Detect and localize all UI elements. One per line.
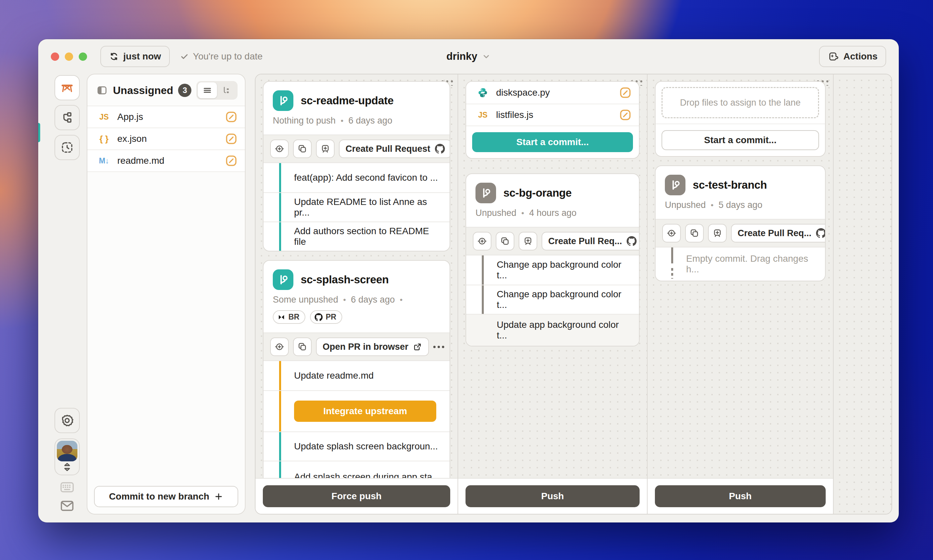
copy-button[interactable] [293, 140, 312, 158]
commit-row[interactable]: Update splash screen backgroun... [263, 431, 450, 461]
commit-row[interactable]: Change app background color t... [466, 255, 639, 285]
separator-dot: • [340, 116, 343, 126]
branch-name[interactable]: sc-bg-orange [503, 187, 571, 199]
assign-target-button[interactable] [662, 224, 681, 243]
start-commit-button[interactable]: Start a commit... [662, 130, 819, 150]
commit-row[interactable]: Add authors section to README file [263, 222, 450, 251]
commit-to-new-branch-button[interactable]: Commit to new branch [94, 486, 238, 507]
copy-button[interactable] [293, 337, 312, 356]
commit-message: Update readme.md [294, 370, 374, 381]
new-dependent-branch-button[interactable] [519, 232, 537, 251]
create-pull-request-button[interactable]: Create Pull Req... [731, 224, 826, 243]
empty-commit-row[interactable]: Empty commit. Drag changes h... [656, 248, 825, 281]
branch-card-sc-readme-update: sc-readme-update Nothing to push • 6 day… [263, 81, 450, 251]
review-bowtie-icon [277, 313, 285, 321]
project-switcher[interactable]: drinky [446, 51, 490, 62]
force-push-button[interactable]: Force push [263, 485, 450, 507]
push-button[interactable]: Push [465, 485, 640, 507]
start-commit-row: Start a commit... [466, 126, 639, 158]
titlebar: just now You're up to date drinky Action… [38, 39, 899, 74]
open-pr-in-browser-button[interactable]: Open PR in browser [316, 337, 429, 356]
window-controls [51, 52, 87, 61]
commit-row[interactable]: Update README to list Anne as pr... [263, 192, 450, 222]
create-pull-request-button[interactable]: Create Pull Req... [542, 232, 640, 251]
branch-card-sc-splash-screen: sc-splash-screen Some unpushed • 6 days … [263, 260, 450, 478]
keyboard-shortcuts-button[interactable] [60, 481, 75, 494]
view-mode-toggle [196, 81, 237, 100]
github-icon [816, 228, 826, 238]
new-dependent-branch-button[interactable] [708, 224, 727, 243]
tree-view-button[interactable] [217, 82, 236, 98]
butler-review-badge[interactable]: BR [273, 310, 305, 324]
sync-icon [109, 51, 119, 62]
github-icon [435, 144, 445, 154]
create-pull-request-button[interactable]: Create Pull Request [339, 140, 450, 158]
new-dependent-branch-button[interactable] [316, 140, 335, 158]
minimize-window-button[interactable] [65, 52, 73, 61]
copy-icon [500, 236, 510, 246]
file-row-diskspacepy[interactable]: diskspace.py [466, 82, 639, 104]
branch-time: 6 days ago [351, 295, 395, 305]
commit-row[interactable]: Add splash screen during app sta... [263, 461, 450, 478]
json-file-icon: { } [97, 134, 111, 144]
workspace-tab-button[interactable] [54, 75, 80, 100]
copy-button[interactable] [496, 232, 514, 251]
plus-box-icon [320, 144, 330, 154]
start-commit-button[interactable]: Start a commit... [472, 132, 633, 152]
unassigned-header: Unassigned 3 [88, 74, 245, 106]
workspace: sc-readme-update Nothing to push • 6 day… [255, 74, 892, 514]
commit-row[interactable]: Change app background color t... [466, 285, 639, 314]
separator-dot: • [521, 209, 524, 218]
push-button[interactable]: Push [655, 485, 826, 507]
assign-target-button[interactable] [270, 140, 289, 158]
settings-button[interactable] [54, 408, 80, 433]
branch-name[interactable]: sc-test-branch [693, 179, 767, 191]
lane-content: diskspace.py JS listfiles.js [458, 74, 647, 478]
branches-tab-button[interactable] [54, 105, 80, 130]
list-view-button[interactable] [198, 82, 217, 98]
commit-row[interactable]: feat(app): Add second favicon to ... [263, 163, 450, 192]
integrate-upstream-button[interactable]: Integrate upstream [294, 401, 436, 422]
python-file-icon [476, 87, 490, 98]
separator-dot: • [400, 295, 402, 305]
branch-name[interactable]: sc-readme-update [301, 94, 393, 107]
badge-label: PR [326, 312, 336, 322]
assign-target-button[interactable] [270, 337, 289, 356]
actions-button[interactable]: Actions [819, 46, 886, 67]
app-window: just now You're up to date drinky Action… [38, 39, 899, 523]
commit-row[interactable]: Update app background color t... [466, 314, 639, 346]
commit-row[interactable]: Update readme.md [263, 361, 450, 390]
branch-time: 5 days ago [719, 200, 762, 210]
branch-menu-button[interactable] [433, 339, 444, 354]
branch-icon [476, 183, 496, 203]
copy-button[interactable] [685, 224, 704, 243]
up-to-date-label: You're up to date [193, 51, 263, 62]
branch-name[interactable]: sc-splash-screen [301, 273, 389, 286]
zoom-window-button[interactable] [79, 52, 87, 61]
unassigned-panel: Unassigned 3 [87, 74, 246, 514]
unassigned-title: Unassigned [113, 85, 173, 97]
lane-sc-bg-orange: diskspace.py JS listfiles.js [458, 74, 648, 514]
drop-files-zone[interactable]: Drop files to assign to the lane [662, 87, 819, 118]
sync-button[interactable]: just now [100, 46, 170, 67]
file-row-readmemd[interactable]: M↓ readme.md [88, 149, 245, 171]
branch-status: Some unpushed • 6 days ago • [273, 295, 440, 305]
history-tab-button[interactable] [54, 135, 80, 160]
assign-target-button[interactable] [473, 232, 491, 251]
modified-badge-icon [225, 154, 237, 167]
lane-sc-test-branch: Drop files to assign to the lane Start a… [648, 74, 834, 514]
empty-commit-label: Empty commit. Drag changes h... [686, 254, 817, 275]
create-pr-label: Create Pull Request [346, 144, 430, 154]
close-window-button[interactable] [51, 52, 59, 61]
branch-status: Unpushed • 5 days ago [665, 200, 816, 210]
workbench-icon [60, 81, 74, 95]
push-status: Unpushed [665, 200, 706, 210]
pull-request-badge[interactable]: PR [310, 310, 342, 324]
commit-message: Add authors section to README file [294, 226, 442, 247]
file-row-exjson[interactable]: { } ex.json [88, 128, 245, 149]
branch-card-header: sc-splash-screen Some unpushed • 6 days … [263, 261, 450, 332]
file-row-appjs[interactable]: JS App.js [88, 106, 245, 128]
profile-switcher[interactable] [54, 438, 80, 475]
feedback-button[interactable] [60, 499, 75, 512]
file-row-listfilesjs[interactable]: JS listfiles.js [466, 104, 639, 126]
